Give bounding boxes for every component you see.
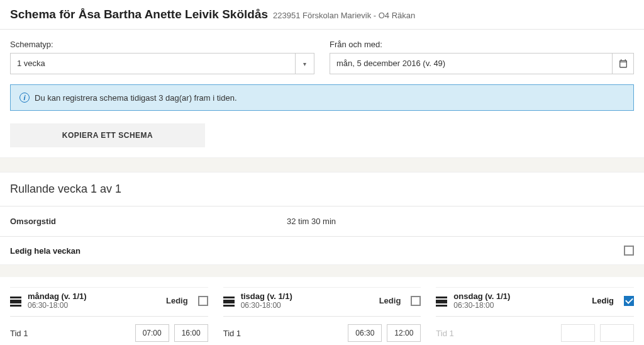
day-icon	[436, 297, 447, 307]
day-title: tisdag (v. 1/1)	[241, 291, 292, 301]
ledig-checkbox-wed[interactable]	[624, 296, 634, 306]
day-range: 06:30-18:00	[453, 301, 510, 310]
tid1-label: Tid 1	[223, 329, 343, 338]
day-card-tue: tisdag (v. 1/1) 06:30-18:00 Ledig Tid 1 …	[223, 287, 421, 345]
tid1-from-input[interactable]: 06:30	[348, 324, 382, 342]
schematyp-value: 1 vecka	[11, 54, 295, 74]
divider-band	[0, 157, 644, 172]
copy-schema-button[interactable]: KOPIERA ETT SCHEMA	[10, 123, 205, 147]
page-title: Schema för Åsa Bartha Anette Leivik Sköl…	[10, 8, 268, 21]
info-text: Du kan registrera schema tidigast 3 dag(…	[35, 93, 237, 103]
from-date-input[interactable]: mån, 5 december 2016 (v. 49)	[330, 53, 634, 74]
tid1-label: Tid 1	[10, 329, 130, 338]
day-icon	[223, 297, 235, 307]
day-range: 06:30-18:00	[241, 301, 292, 310]
day-icon	[10, 297, 21, 307]
from-label: Från och med:	[330, 40, 634, 49]
day-title: måndag (v. 1/1)	[28, 291, 87, 301]
page-header: Schema för Åsa Bartha Anette Leivik Sköl…	[0, 0, 644, 30]
calendar-icon[interactable]	[612, 54, 633, 74]
tid1-from-input[interactable]	[561, 324, 595, 342]
tid1-to-input[interactable]: 16:00	[174, 324, 208, 342]
info-icon: i	[19, 93, 30, 103]
schematyp-select[interactable]: 1 vecka ▾	[10, 53, 314, 74]
ledig-label: Ledig	[379, 296, 401, 305]
tid1-to-input[interactable]: 12:00	[387, 324, 421, 342]
from-date-value: mån, 5 december 2016 (v. 49)	[330, 54, 612, 74]
ledig-checkbox-tue[interactable]	[411, 296, 421, 306]
ledig-hela-label: Ledig hela veckan	[10, 246, 80, 256]
page-subtitle: 223951 Förskolan Marievik - O4 Räkan	[273, 11, 415, 20]
day-card-wed: onsdag (v. 1/1) 06:30-18:00 Ledig Tid 1 …	[436, 287, 634, 345]
ledig-checkbox-mon[interactable]	[198, 296, 208, 306]
schematyp-label: Schematyp:	[10, 40, 314, 49]
omsorgstid-row: Omsorgstid 32 tim 30 min	[0, 206, 644, 237]
form-section: Schematyp: 1 vecka ▾ Från och med: mån, …	[0, 30, 644, 157]
ledig-label: Ledig	[166, 296, 188, 305]
tid1-label: Tid 1	[436, 329, 556, 338]
days-row: måndag (v. 1/1) 06:30-18:00 Ledig Tid 1 …	[0, 277, 644, 345]
tid1-to-input[interactable]	[600, 324, 634, 342]
info-banner: i Du kan registrera schema tidigast 3 da…	[10, 84, 634, 111]
day-title: onsdag (v. 1/1)	[453, 291, 510, 301]
day-range: 06:30-18:00	[28, 301, 87, 310]
chevron-down-icon: ▾	[295, 54, 314, 74]
day-card-mon: måndag (v. 1/1) 06:30-18:00 Ledig Tid 1 …	[10, 287, 208, 345]
omsorgstid-value: 32 tim 30 min	[287, 217, 336, 226]
omsorgstid-label: Omsorgstid	[10, 217, 287, 226]
ledig-hela-checkbox[interactable]	[624, 246, 634, 256]
ledig-hela-row: Ledig hela veckan	[0, 237, 644, 264]
divider-band-2	[0, 264, 644, 277]
week-title: Rullande vecka 1 av 1	[0, 172, 644, 206]
tid1-from-input[interactable]: 07:00	[135, 324, 169, 342]
ledig-label: Ledig	[592, 296, 614, 305]
